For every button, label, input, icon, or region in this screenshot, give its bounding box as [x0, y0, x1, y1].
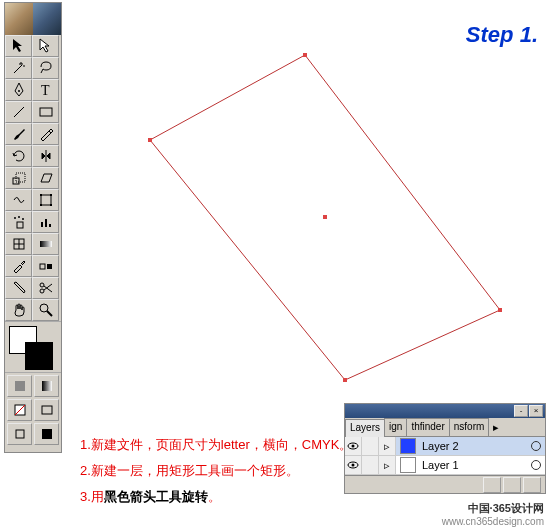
rectangle-tool[interactable]	[32, 101, 59, 123]
color-mode-button[interactable]	[7, 375, 32, 397]
direct-selection-tool[interactable]	[32, 35, 59, 57]
tab-transform[interactable]: nsform	[449, 418, 490, 436]
reflect-tool[interactable]	[32, 145, 59, 167]
svg-rect-34	[42, 406, 52, 414]
mesh-tool[interactable]	[5, 233, 32, 255]
svg-rect-36	[42, 429, 52, 439]
layers-list: ▹ Layer 2 ▹ Layer 1	[345, 437, 545, 475]
new-layer-button[interactable]	[503, 477, 521, 493]
panel-menu-icon[interactable]: ▸	[488, 418, 503, 436]
zoom-tool[interactable]	[32, 299, 59, 321]
rotated-rectangle[interactable]	[100, 30, 520, 410]
lock-toggle[interactable]	[362, 437, 379, 455]
toolbox-panel: T	[4, 2, 62, 453]
expand-toggle[interactable]: ▹	[379, 437, 396, 455]
magic-wand-tool[interactable]	[5, 57, 32, 79]
visibility-toggle[interactable]	[345, 456, 362, 474]
lasso-tool[interactable]	[32, 57, 59, 79]
none-mode-button[interactable]	[7, 399, 32, 421]
new-sublayer-button[interactable]	[483, 477, 501, 493]
blend-tool[interactable]	[32, 255, 59, 277]
svg-text:T: T	[41, 83, 50, 98]
svg-rect-10	[50, 204, 52, 206]
toolbox-bottom-controls	[5, 372, 61, 452]
view-mode-2[interactable]	[34, 423, 59, 445]
anchor-point[interactable]	[303, 53, 307, 57]
visibility-toggle[interactable]	[345, 437, 362, 455]
scale-tool[interactable]	[5, 167, 32, 189]
slice-tool[interactable]	[5, 277, 32, 299]
tab-layers[interactable]: Layers	[345, 419, 385, 437]
brush-tool[interactable]	[5, 123, 32, 145]
svg-rect-3	[40, 108, 52, 116]
svg-rect-23	[47, 264, 52, 269]
warp-tool[interactable]	[5, 189, 32, 211]
layer-color-swatch	[400, 457, 416, 473]
svg-rect-9	[40, 204, 42, 206]
tab-pathfinder[interactable]: thfinder	[406, 418, 449, 436]
credit-url: www.cn365design.com	[442, 515, 544, 528]
instruction-1: 1.新建文件，页面尺寸为letter，横向，CMYK。	[80, 432, 352, 458]
svg-line-29	[47, 311, 52, 316]
lock-toggle[interactable]	[362, 456, 379, 474]
svg-point-24	[40, 283, 44, 287]
layer-row[interactable]: ▹ Layer 2	[345, 437, 545, 456]
svg-point-12	[14, 217, 16, 219]
instruction-2: 2.新建一层，用矩形工具画一个矩形。	[80, 458, 352, 484]
svg-rect-35	[16, 430, 24, 438]
layers-panel: - × Layers ign thfinder nsform ▸ ▹ Layer…	[344, 403, 546, 494]
line-tool[interactable]	[5, 101, 32, 123]
svg-point-13	[18, 216, 20, 218]
svg-point-39	[352, 445, 355, 448]
svg-rect-17	[49, 224, 51, 227]
svg-rect-8	[50, 194, 52, 196]
panel-tabs: Layers ign thfinder nsform ▸	[345, 418, 545, 437]
svg-rect-31	[42, 381, 52, 391]
svg-rect-7	[40, 194, 42, 196]
hand-tool[interactable]	[5, 299, 32, 321]
svg-point-25	[40, 289, 44, 293]
panel-footer	[345, 475, 545, 493]
header-art-left	[5, 3, 33, 35]
expand-toggle[interactable]: ▹	[379, 456, 396, 474]
view-mode-1[interactable]	[7, 423, 32, 445]
close-button[interactable]: ×	[529, 405, 543, 417]
svg-point-0	[18, 90, 20, 92]
target-icon[interactable]	[531, 460, 541, 470]
svg-point-14	[22, 218, 24, 220]
anchor-point[interactable]	[498, 308, 502, 312]
target-icon[interactable]	[531, 441, 541, 451]
layer-name: Layer 1	[420, 459, 531, 471]
minimize-button[interactable]: -	[514, 405, 528, 417]
toolbox-header	[5, 3, 61, 35]
svg-rect-11	[17, 222, 23, 228]
eyedropper-tool[interactable]	[5, 255, 32, 277]
layer-name: Layer 2	[420, 440, 531, 452]
rotate-tool[interactable]	[5, 145, 32, 167]
tool-grid: T	[5, 35, 61, 321]
svg-point-28	[40, 304, 48, 312]
scissors-tool[interactable]	[32, 277, 59, 299]
gradient-mode-button[interactable]	[34, 375, 59, 397]
anchor-point[interactable]	[148, 138, 152, 142]
free-transform-tool[interactable]	[32, 189, 59, 211]
selection-tool[interactable]	[5, 35, 32, 57]
graph-tool[interactable]	[32, 211, 59, 233]
shear-tool[interactable]	[32, 167, 59, 189]
type-tool[interactable]: T	[32, 79, 59, 101]
pen-tool[interactable]	[5, 79, 32, 101]
svg-rect-15	[41, 222, 43, 227]
svg-line-2	[14, 107, 24, 117]
screen-mode-button[interactable]	[34, 399, 59, 421]
layer-row[interactable]: ▹ Layer 1	[345, 456, 545, 475]
center-point[interactable]	[323, 215, 327, 219]
symbol-sprayer-tool[interactable]	[5, 211, 32, 233]
gradient-tool[interactable]	[32, 233, 59, 255]
pencil-tool[interactable]	[32, 123, 59, 145]
svg-rect-6	[41, 195, 51, 205]
stroke-swatch[interactable]	[25, 342, 53, 370]
delete-layer-button[interactable]	[523, 477, 541, 493]
anchor-point[interactable]	[343, 378, 347, 382]
svg-rect-21	[40, 241, 52, 247]
tab-align[interactable]: ign	[384, 418, 407, 436]
